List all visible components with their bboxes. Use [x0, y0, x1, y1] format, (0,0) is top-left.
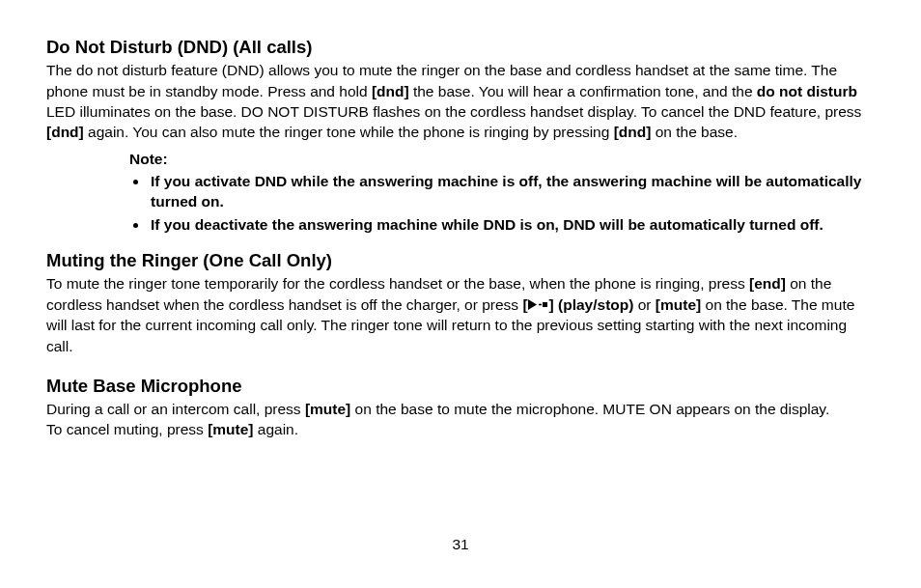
- key-dnd: [dnd]: [614, 124, 652, 140]
- text: LED illuminates on the base. DO NOT DIST…: [46, 103, 861, 120]
- heading-mute-ringer: Muting the Ringer (One Call Only): [46, 250, 875, 271]
- text: During a call or an intercom call, press: [46, 401, 305, 417]
- key-end: [end]: [749, 275, 786, 292]
- note-bullet: If you activate DND while the answering …: [149, 171, 875, 212]
- note-bullets: If you activate DND while the answering …: [129, 171, 875, 235]
- paragraph-dnd: The do not disturb feature (DND) allows …: [46, 60, 875, 143]
- text: or: [633, 296, 655, 313]
- note-bullet: If you deactivate the answering machine …: [149, 214, 875, 235]
- paragraph-mute-ringer: To mute the ringer tone temporarily for …: [46, 273, 875, 356]
- svg-rect-2: [543, 302, 547, 307]
- manual-page: Do Not Disturb (DND) (All calls) The do …: [0, 0, 921, 588]
- svg-marker-0: [528, 299, 537, 310]
- play-stop-icon: [528, 299, 549, 310]
- note-label: Note:: [129, 149, 875, 169]
- paragraph-mute-mic-1: During a call or an intercom call, press…: [46, 399, 875, 419]
- note-block: Note: If you activate DND while the answ…: [129, 149, 875, 236]
- svg-rect-1: [539, 304, 542, 306]
- text: To cancel muting, press: [46, 421, 208, 437]
- text: again.: [254, 421, 299, 437]
- text: To mute the ringer tone temporarily for …: [46, 275, 749, 292]
- key-mute: [mute]: [208, 421, 253, 437]
- page-number: 31: [0, 536, 921, 553]
- key-mute: [mute]: [305, 401, 350, 417]
- key-dnd: [dnd]: [46, 124, 84, 140]
- paragraph-mute-mic-2: To cancel muting, press [mute] again.: [46, 419, 875, 439]
- heading-dnd: Do Not Disturb (DND) (All calls): [46, 37, 875, 58]
- text: again. You can also mute the ringer tone…: [84, 124, 614, 140]
- key-mute: [mute]: [656, 296, 701, 313]
- led-name: do not disturb: [757, 83, 857, 99]
- text: on the base to mute the microphone. MUTE…: [350, 401, 829, 417]
- key-play-stop: [] (play/stop): [522, 296, 633, 313]
- text: the base. You will hear a confirmation t…: [409, 83, 757, 99]
- heading-mute-base-mic: Mute Base Microphone: [46, 376, 875, 397]
- text: on the base.: [651, 124, 738, 140]
- key-dnd: [dnd]: [372, 83, 409, 99]
